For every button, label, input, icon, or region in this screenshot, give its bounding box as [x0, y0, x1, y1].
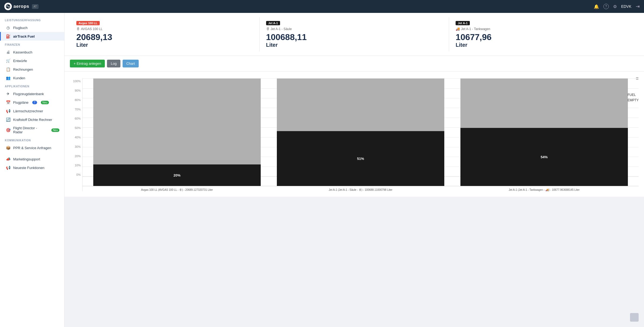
- bar-jet-saule-fuel: 51%: [277, 131, 444, 186]
- y-axis: 100% 90% 80% 70% 60% 50% 40% 30% 20% 10%…: [70, 78, 82, 191]
- bars-row: 20% 51%: [83, 78, 639, 186]
- username-label: EDVK: [621, 4, 631, 9]
- sidebar-label-neueste: Neueste Funktionen: [13, 166, 44, 170]
- sidebar-item-kraftstoff[interactable]: 🔄 Kraftstoff Dichte Rechner: [0, 115, 64, 124]
- sidebar-item-marketingsupport[interactable]: 📣 Marketingsupport: [0, 155, 64, 163]
- jet-tankwagen-sub-text: Jet A-1 - Tankwagen: [461, 27, 490, 31]
- bar-avgas-stack: 20%: [93, 78, 261, 186]
- marketingsupport-icon: 📣: [6, 157, 10, 161]
- bar-jet-tankwagen-pct: 54%: [541, 155, 548, 159]
- flugbuch-icon: ◷: [6, 26, 10, 30]
- summary-card-jet-tankwagen: Jet A-1 🚚 Jet A-1 - Tankwagen 10677,96 L…: [449, 17, 639, 51]
- y-label-60: 60%: [70, 117, 82, 120]
- x-label-avgas: Avgas 100 LL (AVGAS 100 LL - 🛢) - 20689.…: [93, 188, 261, 191]
- jet-tankwagen-sublabel: 🚚 Jet A-1 - Tankwagen: [456, 27, 632, 31]
- sidebar-label-larmschutz: Lärmschutzrechner: [13, 109, 43, 113]
- ppr-icon: 📦: [6, 146, 10, 150]
- sidebar-label-kraftstoff: Kraftstoff Dichte Rechner: [13, 118, 52, 122]
- bar-avgas-pct: 20%: [173, 173, 180, 177]
- sidebar-label-flugbuch: Flugbuch: [13, 26, 27, 30]
- sidebar-label-flugzeugdatenbank: Flugzeugdatenbank: [13, 92, 44, 96]
- y-label-10: 10%: [70, 164, 82, 167]
- sidebar-label-flight-director: Flight Director - Radar: [13, 126, 48, 134]
- sidebar-item-kassenbuch[interactable]: 🖨 Kassenbuch: [0, 48, 64, 56]
- sidebar-item-kunden[interactable]: 👥 Kunden: [0, 74, 64, 82]
- jet-saule-unit: Liter: [266, 42, 278, 48]
- x-label-jet-tankwagen: Jet A-1 (Jet A-1 - Tankwagen - 🚚) - 1067…: [460, 188, 628, 191]
- help-icon[interactable]: ?: [603, 4, 609, 9]
- y-label-90: 90%: [70, 89, 82, 92]
- y-label-50: 50%: [70, 126, 82, 130]
- sidebar-item-airtrack-fuel[interactable]: ⛽ airTrack Fuel: [0, 32, 64, 41]
- kunden-icon: 👥: [6, 76, 10, 80]
- bar-jet-tankwagen-stack: 54%: [460, 78, 628, 186]
- x-axis-labels: Avgas 100 LL (AVGAS 100 LL - 🛢) - 20689.…: [83, 186, 639, 191]
- add-entry-button[interactable]: + Eintrag anlegen: [70, 60, 105, 67]
- chart-button[interactable]: Chart: [123, 60, 139, 67]
- logo-icon: [4, 3, 12, 10]
- avgas-sublabel: 🛢 AVGAS 100 LL: [76, 27, 253, 31]
- y-label-70: 70%: [70, 108, 82, 111]
- jet-saule-number: 100688,11: [266, 32, 307, 42]
- scroll-to-top-button[interactable]: [630, 313, 639, 322]
- jet-saule-value: 100688,11 Liter: [266, 33, 443, 48]
- kassenbuch-icon: 🖨: [6, 50, 10, 54]
- sidebar-item-entwurfe[interactable]: 🛒 Entwürfe: [0, 56, 64, 65]
- log-button[interactable]: Log: [107, 60, 120, 67]
- flight-director-icon: 🎯: [6, 128, 10, 132]
- jet-saule-sublabel: 🛢 Jet A-1 - Säule: [266, 27, 443, 31]
- neueste-icon: 📢: [6, 166, 10, 170]
- section-label-applikationen: APPLIKATIONEN: [0, 82, 64, 89]
- logo-text: aerops: [13, 4, 29, 9]
- notifications-icon[interactable]: 🔔: [594, 4, 599, 9]
- y-label-80: 80%: [70, 98, 82, 102]
- sidebar-item-ppr[interactable]: 📦 PPR & Service Anfragen: [0, 143, 64, 152]
- sidebar-item-neueste[interactable]: 📢 Neueste Funktionen: [0, 163, 64, 172]
- fuel-icon: ⛽: [6, 34, 10, 38]
- settings-icon[interactable]: ⚙: [613, 4, 617, 9]
- sidebar-label-ppr: PPR & Service Anfragen: [13, 146, 51, 150]
- jet-saule-sub-text: Jet A-1 - Säule: [271, 27, 292, 31]
- flugplane-badge-new: Neu: [41, 101, 49, 104]
- sidebar-item-larmschutz[interactable]: 📢 Lärmschutzrechner: [0, 107, 64, 115]
- section-label-leistungserfassung: LEISTUNGSERFASSUNG: [0, 16, 64, 23]
- sidebar-label-flugplane: Flugpläne: [13, 100, 28, 105]
- flugplane-icon: 📅: [6, 100, 10, 105]
- summary-cards-row: Avgas 100 LL 🛢 AVGAS 100 LL 20689,13 Lit…: [65, 13, 644, 56]
- sidebar-item-flight-director[interactable]: 🎯 Flight Director - Radar Neu: [0, 124, 64, 136]
- y-label-0: 0%: [70, 173, 82, 176]
- y-label-40: 40%: [70, 136, 82, 139]
- sidebar-item-rechnungen[interactable]: 📋 Rechnungen: [0, 65, 64, 74]
- main-content: Avgas 100 LL 🛢 AVGAS 100 LL 20689,13 Lit…: [65, 13, 644, 327]
- bar-jet-tankwagen: 54%: [460, 78, 628, 186]
- sidebar-item-flugplane[interactable]: 📅 Flugpläne 7 Neu: [0, 98, 64, 107]
- flugplane-badge-count: 7: [32, 101, 37, 104]
- user-menu[interactable]: EDVK: [621, 4, 631, 9]
- section-label-finanzen: FINANZEN: [0, 41, 64, 48]
- y-label-20: 20%: [70, 154, 82, 158]
- nav-right: 🔔 ? ⚙ EDVK ⇥: [594, 3, 640, 9]
- section-label-kommunikation: KOMMUNIKATION: [0, 136, 64, 143]
- sidebar-item-flugbuch[interactable]: ◷ Flugbuch: [0, 23, 64, 32]
- bar-jet-saule-stack: 51%: [277, 78, 444, 186]
- main-layout: LEISTUNGSERFASSUNG ◷ Flugbuch ⛽ airTrack…: [0, 13, 644, 327]
- bar-jet-tankwagen-fuel: 54%: [460, 128, 628, 186]
- avgas-tag: Avgas 100 LL: [76, 21, 100, 25]
- sidebar-label-airtrack-fuel: airTrack Fuel: [13, 34, 35, 38]
- jet-tankwagen-tag: Jet A-1: [456, 21, 470, 25]
- y-label-100: 100%: [70, 80, 82, 83]
- bar-avgas-empty: [93, 78, 261, 164]
- logo[interactable]: aerops: [4, 3, 29, 10]
- jet-tankwagen-unit: Liter: [456, 42, 467, 48]
- logout-icon[interactable]: ⇥: [636, 3, 640, 9]
- y-label-30: 30%: [70, 145, 82, 148]
- jet-saule-fuel-icon: 🛢: [266, 27, 270, 31]
- summary-card-jet-saule: Jet A-1 🛢 Jet A-1 - Säule 100688,11 Lite…: [260, 17, 449, 51]
- sidebar-label-kassenbuch: Kassenbuch: [13, 50, 33, 54]
- chart-area: ≡ FUEL EMPTY 100% 90% 80% 70%: [65, 71, 644, 197]
- larmschutz-icon: 📢: [6, 109, 10, 113]
- kraftstoff-icon: 🔄: [6, 117, 10, 122]
- flugzeugdatenbank-icon: ✈: [6, 92, 10, 96]
- chart-wrapper: 100% 90% 80% 70% 60% 50% 40% 30% 20% 10%…: [70, 78, 639, 191]
- sidebar-item-flugzeugdatenbank[interactable]: ✈ Flugzeugdatenbank: [0, 89, 64, 98]
